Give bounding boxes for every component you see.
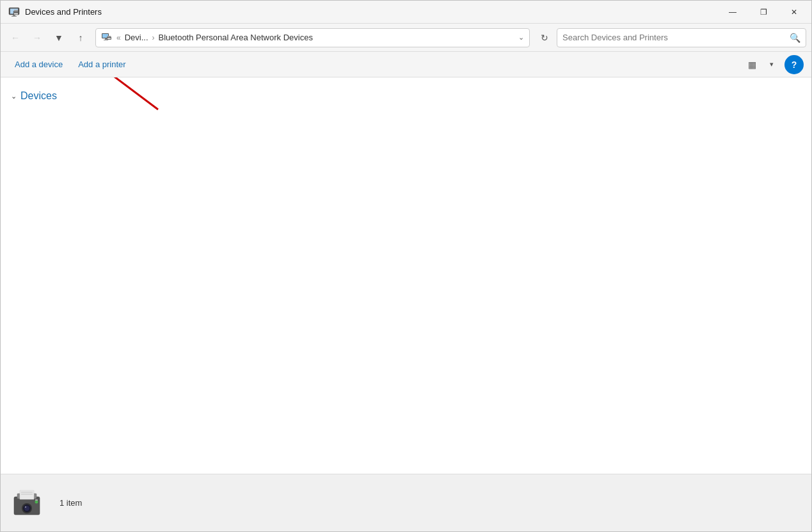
main-window: Devices and Printers — ❐ ✕ ← → ▼ ↑ [0,0,812,532]
up-button[interactable]: ↑ [71,28,90,47]
back-button[interactable]: ← [6,28,25,47]
maximize-button[interactable]: ❐ [749,2,778,22]
breadcrumb-current: Bluetooth Personal Area Network Devices [159,33,313,42]
svg-point-25 [35,500,38,503]
search-bar[interactable]: 🔍 [557,28,806,47]
navigation-bar: ← → ▼ ↑ « Devi... › Bluetooth Personal A… [1,24,811,52]
refresh-button[interactable]: ↻ [535,28,554,47]
devices-section-header[interactable]: ⌄ Devices [11,90,801,102]
svg-rect-26 [35,499,38,501]
status-item-count: 1 item [60,498,82,508]
breadcrumb-arrow: › [152,33,155,42]
minimize-button[interactable]: — [718,2,747,22]
toolbar: Add a device Add a printer ▦ ▾ ? [1,52,811,77]
search-icon[interactable]: 🔍 [790,33,800,43]
section-chevron-icon: ⌄ [11,92,17,101]
svg-rect-6 [14,13,18,14]
breadcrumb-short[interactable]: Devi... [125,33,148,42]
address-dropdown-button[interactable]: ⌄ [518,33,524,42]
svg-rect-5 [14,10,18,12]
svg-rect-9 [105,38,107,40]
title-bar-icon [8,6,20,18]
svg-rect-12 [107,36,111,37]
main-content: ⌄ Devices [1,77,811,474]
view-dropdown-button[interactable]: ▾ [764,56,779,74]
title-bar: Devices and Printers — ❐ ✕ [1,1,811,24]
svg-rect-13 [107,38,111,39]
close-button[interactable]: ✕ [779,2,809,22]
window-title: Devices and Printers [25,7,804,17]
svg-rect-10 [104,40,108,40]
svg-point-24 [25,506,26,507]
add-device-button[interactable]: Add a device [8,56,69,74]
forward-button[interactable]: → [28,28,47,47]
search-input[interactable] [562,33,786,42]
address-bar-icon [101,32,113,44]
svg-rect-3 [12,16,17,17]
help-button[interactable]: ? [784,55,804,74]
add-printer-button[interactable]: Add a printer [72,56,132,74]
status-icon [11,484,49,522]
address-bar[interactable]: « Devi... › Bluetooth Personal Area Netw… [95,28,530,47]
svg-rect-2 [13,15,15,16]
recent-locations-button[interactable]: ▼ [49,28,68,47]
status-bar: 1 item [1,474,811,531]
breadcrumb-separator: « [116,33,121,42]
svg-rect-18 [20,490,34,499]
view-button[interactable]: ▦ [742,56,761,74]
annotation-container: ⌄ Devices [11,90,801,102]
devices-section-title: Devices [20,90,57,102]
window-controls: — ❐ ✕ [718,1,809,23]
